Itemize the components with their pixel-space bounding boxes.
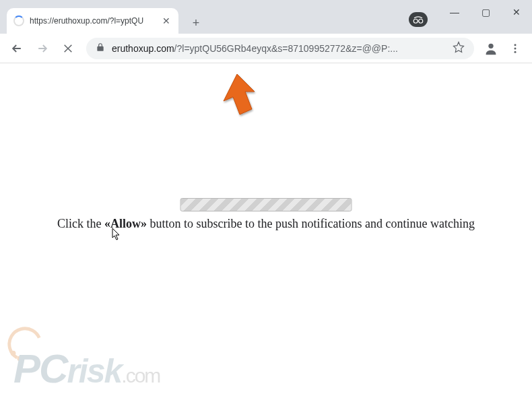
tab-strip: https://eruthoxup.com/?l=yptQU ✕ + xyxy=(0,0,205,34)
arrow-pointer-icon xyxy=(217,73,257,123)
toolbar: eruthoxup.com/?l=yptQU56GRb4eyqx&s=87109… xyxy=(0,34,532,63)
stop-reload-button[interactable] xyxy=(57,37,79,60)
svg-point-5 xyxy=(514,51,517,53)
titlebar: https://eruthoxup.com/?l=yptQU ✕ + — ▢ ✕ xyxy=(0,0,532,34)
forward-button[interactable] xyxy=(31,37,54,60)
bookmark-star-icon[interactable] xyxy=(453,41,465,56)
window-controls: — ▢ ✕ xyxy=(439,0,532,30)
page-content: Click the «Allow» button to subscribe to… xyxy=(0,63,532,396)
menu-button[interactable] xyxy=(504,37,527,60)
lock-icon xyxy=(96,42,105,55)
loading-spinner-icon xyxy=(13,15,24,26)
watermark: PCrisk.com xyxy=(13,345,263,392)
back-button[interactable] xyxy=(5,37,28,60)
svg-point-2 xyxy=(488,43,493,48)
close-tab-button[interactable]: ✕ xyxy=(161,15,172,26)
new-tab-button[interactable]: + xyxy=(187,13,205,32)
svg-point-3 xyxy=(514,44,517,46)
url-text: eruthoxup.com/?l=yptQU56GRb4eyqx&s=87109… xyxy=(112,43,446,54)
svg-point-1 xyxy=(419,19,423,23)
svg-point-4 xyxy=(514,47,517,49)
tab-title: https://eruthoxup.com/?l=yptQU xyxy=(30,16,156,26)
close-window-button[interactable]: ✕ xyxy=(501,0,532,24)
browser-tab[interactable]: https://eruthoxup.com/?l=yptQU ✕ xyxy=(7,8,178,34)
cursor-icon xyxy=(112,228,123,244)
svg-point-0 xyxy=(413,19,418,23)
address-bar[interactable]: eruthoxup.com/?l=yptQU56GRb4eyqx&s=87109… xyxy=(86,38,474,59)
incognito-icon xyxy=(409,12,428,27)
loading-bar xyxy=(180,198,352,211)
maximize-button[interactable]: ▢ xyxy=(470,0,501,24)
profile-button[interactable] xyxy=(481,38,501,59)
minimize-button[interactable]: — xyxy=(439,0,470,24)
instruction-message: Click the «Allow» button to subscribe to… xyxy=(0,217,532,231)
